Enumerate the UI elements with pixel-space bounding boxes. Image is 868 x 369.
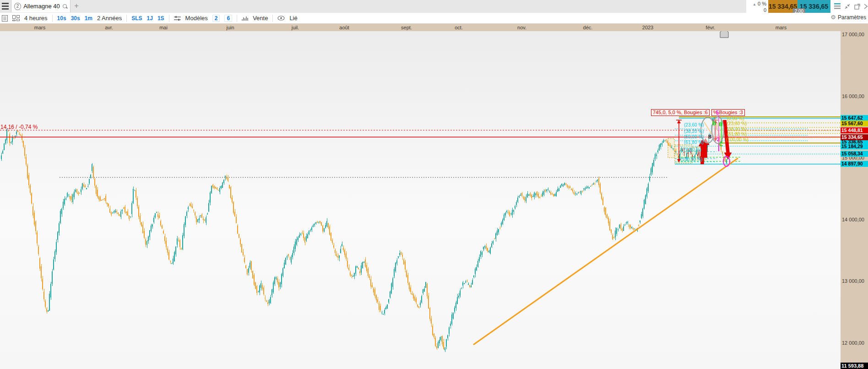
parameters-button[interactable]: ⚙ Paramètres — [830, 14, 866, 21]
chart-annotation-label: B — [719, 121, 722, 127]
search-icon[interactable] — [62, 4, 67, 9]
price-tag: 15 184,29 — [841, 143, 868, 149]
collapse-icon[interactable] — [844, 3, 851, 10]
chart-annotation-label: (0,00 %) — [727, 116, 744, 121]
y-axis-tick: 17 000,00 — [842, 32, 864, 37]
month-label: févr. — [706, 25, 716, 30]
models-button[interactable]: Modèles — [185, 15, 208, 22]
month-label: 2023 — [642, 25, 653, 30]
chart-annotation-label: (38,20 %) — [684, 129, 704, 134]
month-label: mars — [776, 25, 787, 30]
models-count-1[interactable]: 2 — [212, 15, 220, 22]
chart-toolbar: 4 heures 10s 30s 1m 2 Années SLS 1J 1S M… — [0, 13, 868, 24]
trading-platform-window: 2 Allemagne 40 + ▲ 0 % 0 15 334,65 15 33… — [0, 0, 868, 369]
models-count-2[interactable]: 6 — [224, 15, 232, 22]
chart-annotation-label: (50,00 %) — [684, 134, 704, 139]
price-tag: 15 058,34 — [841, 151, 868, 157]
tab-number-badge: 2 — [14, 3, 21, 10]
lie-button[interactable]: Lié — [289, 15, 297, 22]
chart-annotation-label: (100,00 %) — [726, 137, 749, 142]
low-price-tag: 11 593,88 — [841, 363, 868, 369]
month-label: août — [339, 25, 349, 30]
mode-1s[interactable]: 1S — [157, 15, 164, 22]
timeframe-selector[interactable]: 4 heures — [24, 15, 48, 22]
open-window-icon[interactable] — [854, 4, 860, 10]
order-buttons: 15 334,65 15 336,65 2,00 — [768, 0, 830, 13]
month-label: avr. — [105, 25, 113, 30]
mode-1j[interactable]: 1J — [147, 15, 153, 22]
chart-annotation-label: (100,00 %) — [680, 157, 703, 162]
chart-annotation-label: (23,60 %) — [684, 122, 704, 127]
measure-arrow-745 — [677, 120, 681, 123]
month-label: juin — [226, 25, 234, 30]
price-tag: 15 334,65 — [841, 134, 868, 140]
chart-annotation-label: B — [708, 134, 711, 139]
month-label: nov. — [517, 25, 526, 30]
timeframe-10s[interactable]: 10s — [57, 15, 66, 22]
chart-annotation-label: B — [712, 121, 716, 126]
layout-icon[interactable] — [12, 15, 20, 21]
time-axis[interactable]: marsavr.maijuinjuil.aoûtsept.oct.nov.déc… — [0, 24, 841, 31]
month-label: oct. — [455, 25, 463, 30]
chart-annotation-label: (23,60 %) — [727, 121, 747, 126]
vente-button[interactable]: Vente — [253, 15, 268, 22]
candles — [1, 116, 730, 352]
month-label: mars — [34, 25, 45, 30]
pattern-zone — [668, 138, 674, 158]
chart-annotation-label: (38,20 %) — [727, 127, 747, 132]
y-axis-tick: 12 000,00 — [842, 340, 864, 346]
tab-bar: 2 Allemagne 40 + ▲ 0 % 0 15 334,65 15 33… — [0, 0, 868, 13]
pattern-label-1[interactable]: 745,0, 5,0 %, Bougies :6 — [651, 109, 710, 116]
gear-icon: ⚙ — [830, 14, 836, 21]
change-indicator: ▲ 0 % 0 — [746, 0, 766, 13]
range-selector[interactable]: 2 Années — [97, 15, 122, 22]
candlestick-chart[interactable] — [0, 0, 841, 369]
price-tag: 15 448,81 — [841, 127, 868, 133]
y-axis-tick: 16 000,00 — [842, 94, 864, 99]
mode-sls[interactable]: SLS — [131, 15, 142, 22]
quote-panel: ▲ 0 % 0 15 334,65 15 336,65 2,00 — [746, 0, 868, 13]
chart-annotation-label: C — [719, 142, 723, 147]
order-list-icon[interactable] — [2, 15, 8, 22]
timeframe-30s[interactable]: 30s — [71, 15, 80, 22]
instrument-tab[interactable]: 2 Allemagne 40 — [11, 0, 71, 12]
price-tag: 14 897,90 — [841, 161, 868, 167]
position-pnl-label: 14,16 / -0,74 % — [0, 124, 38, 130]
month-label: sept. — [401, 25, 412, 30]
chart-annotation-label: (61,80 %) — [684, 140, 704, 145]
month-label: mai — [159, 25, 168, 30]
chevron-right-icon[interactable] — [864, 4, 868, 9]
chart-annotation-label: (78,60 %) — [682, 147, 701, 152]
timeframe-1m[interactable]: 1m — [85, 15, 92, 22]
month-label: déc. — [583, 25, 593, 30]
y-axis-tick: 14 000,00 — [842, 217, 864, 222]
main-menu-button[interactable] — [0, 0, 11, 13]
new-tab-button[interactable]: + — [74, 1, 79, 11]
chart-annotation-label: 5 — [716, 110, 719, 116]
y-axis-tick: 13 000,00 — [842, 278, 864, 284]
trendline — [473, 158, 738, 345]
price-axis[interactable]: 17 000,0016 000,0015 000,0014 000,0013 0… — [841, 24, 868, 369]
volume-chart-icon[interactable] — [242, 15, 248, 21]
indicators-icon[interactable] — [174, 16, 181, 21]
chart-annotation-label: (61,80 %) — [727, 132, 747, 137]
change-up-icon: ▲ — [753, 2, 756, 6]
month-label: juil. — [292, 25, 299, 30]
market-depth-icon[interactable] — [834, 3, 841, 10]
linked-eye-icon[interactable] — [277, 16, 285, 21]
price-tag: 15 567,60 — [841, 121, 868, 127]
tab-title: Allemagne 40 — [23, 3, 60, 10]
